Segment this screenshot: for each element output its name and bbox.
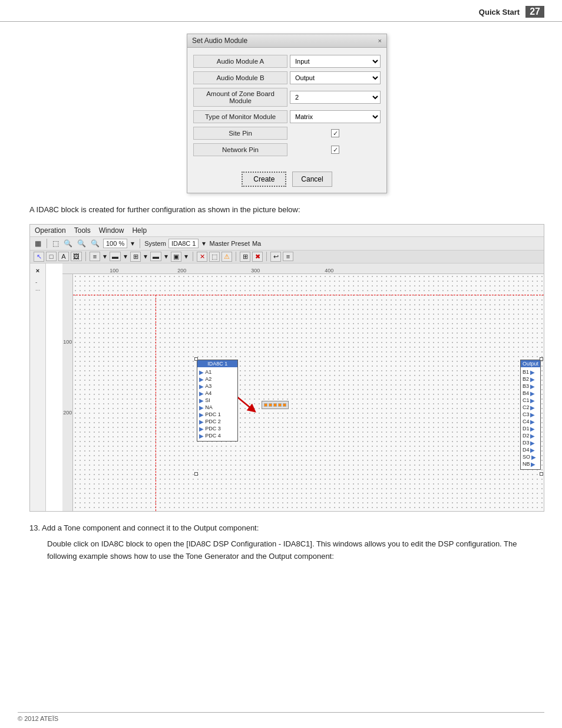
control-monitor-type[interactable]: Matrix None [290,110,381,123]
red-dashed-v [156,295,156,511]
ruler-horizontal: 100 200 300 400 [62,263,544,274]
left-panel: × -... [30,263,46,511]
zoom-out-icon[interactable]: 🔍 [76,239,87,248]
back-icon[interactable]: ↩ [270,252,281,262]
rport-so: SO▶ [523,454,538,460]
grid-drop[interactable]: ▾ [143,252,148,261]
port-a2: ▶A2 [199,376,236,383]
box-drop[interactable]: ▾ [183,252,189,261]
x-mark-icon[interactable]: ✕ [197,252,207,262]
port-na: ▶NA [199,404,236,411]
checkbox-network-pin[interactable] [331,146,339,154]
ruler-h-200: 200 [177,268,186,274]
preset-extra: Ma [252,240,261,247]
select-audio-a[interactable]: Input Output [290,55,381,68]
zoom-fit-icon[interactable]: 🔍 [90,239,101,248]
menu-help[interactable]: Help [132,226,147,235]
ruler-h-400: 400 [325,268,333,274]
table-icon[interactable]: ⊞ [240,252,250,262]
rport-d1: D1▶ [523,426,538,432]
checkbox-area-site-pin[interactable] [290,129,381,137]
port-a3: ▶A3 [199,383,236,390]
device-select[interactable]: IDA8C 1 [168,239,199,248]
img-icon[interactable]: 🖼 [71,252,82,261]
right-block-header: Output [521,360,540,367]
line-drop[interactable]: ▾ [102,252,108,261]
mid-device[interactable] [262,401,289,409]
led1 [264,403,267,407]
select-monitor-type[interactable]: Matrix None [290,110,381,123]
step13-text: 13. Add a Tone component and connect it … [29,522,544,534]
dialog-row-monitor-type: Type of Monitor Module Matrix None [193,110,381,123]
control-audio-b[interactable]: Input Output [290,71,381,84]
menu-window[interactable]: Window [99,226,124,235]
led5 [283,403,286,407]
menu-operation[interactable]: Operation [35,226,66,235]
rport-c4: C4▶ [523,419,538,425]
page-footer: © 2012 ATEÏS [18,712,544,722]
toolbar1: ▦ ⬚ 🔍 🔍 🔍 100 % ▾ System IDA8C 1 ▾ Maste… [30,237,544,251]
menu-tools[interactable]: Tools [74,226,91,235]
fill-drop[interactable]: ▾ [163,252,169,261]
handle-tr [540,357,543,361]
dialog-row-site-pin: Site Pin [193,127,381,140]
label-audio-b: Audio Module B [193,71,287,84]
right-block[interactable]: Output B1▶ B2▶ B3▶ B4▶ C1▶ C2▶ C3▶ C4▶ D… [520,360,541,470]
dialog-close-button[interactable]: × [378,37,382,44]
label-network-pin: Network Pin [193,143,287,156]
description-text: A IDA8C block is created for further con… [29,204,544,216]
sep4 [193,252,193,261]
grid-icon2[interactable]: ⊞ [130,252,141,262]
led3 [273,403,277,407]
right-block-ports: B1▶ B2▶ B3▶ B4▶ C1▶ C2▶ C3▶ C4▶ D1▶ D2▶ … [521,367,540,469]
copy-icon[interactable]: ⬚ [51,239,60,248]
box-icon[interactable]: ▣ [171,252,181,262]
create-button[interactable]: Create [242,172,286,187]
zoom-in-icon[interactable]: 🔍 [62,239,74,248]
rport-d2: D2▶ [523,433,538,439]
x-close-btn[interactable]: × [35,266,41,275]
zoom-level[interactable]: 100 % [103,239,127,248]
copyright: © 2012 ATEÏS [18,715,58,722]
del-icon[interactable]: ✖ [252,252,263,262]
line-icon[interactable]: ≡ [90,252,100,261]
settings-icon[interactable]: ≡ [283,252,293,261]
dialog-row-network-pin: Network Pin [193,143,381,156]
cursor-icon[interactable]: ↖ [34,252,44,262]
label-zone-board: Amount of Zone Board Module [193,88,287,107]
rect-icon[interactable]: □ [46,252,57,261]
border-drop[interactable]: ▾ [123,252,128,261]
cancel-button[interactable]: Cancel [292,172,332,187]
rport-c1: C1▶ [523,397,538,404]
control-audio-a[interactable]: Input Output [290,55,381,68]
port-si: ▶SI [199,397,236,404]
device-dropdown-icon[interactable]: ▾ [201,239,207,248]
text-icon[interactable]: A [58,252,69,261]
ruler-h-300: 300 [251,268,260,274]
separator1 [47,239,47,248]
port-pdc1: ▶PDC 1 [199,411,236,418]
dropdown-icon[interactable]: ▾ [130,239,135,248]
border-icon[interactable]: ▬ [110,252,121,261]
fill-icon[interactable]: ▬ [150,252,161,261]
select-zone-board[interactable]: 1 2 3 4 [290,91,381,104]
handle-tl [194,357,198,361]
warning-icon[interactable]: ⚠ [222,252,232,262]
copy2-icon[interactable]: ⬚ [209,252,220,262]
ida8c-block[interactable]: IDA8C 1 ▶A1 ▶A2 ▶A3 ▶A4 ▶SI ▶NA ▶PDC 1 ▶… [197,360,238,442]
dialog-container: Set Audio Module × Audio Module A Input … [29,34,544,193]
select-audio-b[interactable]: Input Output [290,71,381,84]
sep6 [266,252,267,261]
sep5 [236,252,236,261]
dialog-titlebar: Set Audio Module × [187,34,386,48]
ruler-vertical: 100 200 [62,274,73,511]
rport-nb: NB▶ [523,461,538,467]
rport-c3: C3▶ [523,411,538,418]
control-zone-board[interactable]: 1 2 3 4 [290,91,381,104]
grid-icon[interactable]: ▦ [34,239,42,248]
port-a4: ▶A4 [199,390,236,397]
set-audio-module-dialog: Set Audio Module × Audio Module A Input … [187,34,387,193]
checkbox-area-network-pin[interactable] [290,146,381,154]
checkbox-site-pin[interactable] [331,129,339,137]
toolbar2: ↖ □ A 🖼 ≡ ▾ ▬ ▾ ⊞ ▾ ▬ ▾ ▣ ▾ ✕ ⬚ ⚠ ⊞ ✖ ↩ … [30,251,544,263]
